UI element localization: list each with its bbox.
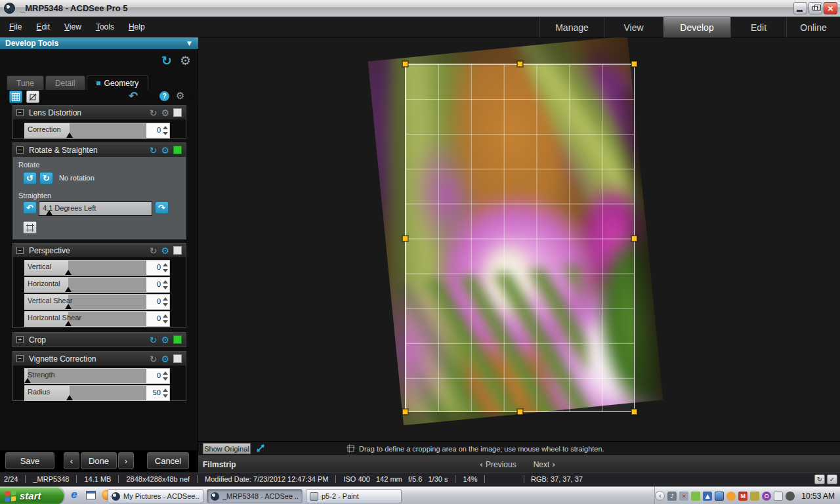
perspective-header[interactable]: − Perspective ↻ ⚙ <box>13 243 186 257</box>
menu-edit[interactable]: Edit <box>36 22 50 32</box>
gear-icon[interactable]: ⚙ <box>161 354 169 364</box>
slider-marker[interactable] <box>46 210 52 215</box>
rotate-cw-button[interactable]: ↻ <box>39 172 53 184</box>
expand-icon[interactable]: + <box>16 336 24 343</box>
horizontal-slider[interactable]: Horizontal 0 <box>24 277 170 293</box>
crop-handle-mid-left[interactable] <box>402 236 408 242</box>
show-desktop-icon[interactable] <box>85 489 96 501</box>
menu-tools[interactable]: Tools <box>96 22 114 32</box>
title-bar[interactable]: _MRP5348 - ACDSee Pro 5 × <box>0 0 840 17</box>
panel-header[interactable]: Develop Tools ▼ <box>0 37 198 49</box>
status-check-icon[interactable]: ✓ <box>827 474 837 484</box>
key-icon[interactable] <box>750 492 759 501</box>
restore-button[interactable] <box>808 2 822 14</box>
vertical-slider[interactable]: Vertical 0 <box>24 260 170 276</box>
rotate-enable-checkbox[interactable] <box>173 146 182 154</box>
lens-enable-checkbox[interactable] <box>173 108 182 117</box>
task-mrp5348[interactable]: _MRP5348 - ACDSee ... <box>207 489 303 503</box>
slider-marker[interactable] <box>65 304 72 309</box>
tray-collapse-icon[interactable]: ‹ <box>655 491 665 501</box>
previous-button[interactable]: ‹Previous <box>477 460 516 469</box>
menu-view[interactable]: View <box>64 22 81 32</box>
perspective-enable-checkbox[interactable] <box>173 246 182 255</box>
straighten-left-button[interactable]: ↶ <box>23 201 37 214</box>
gear-icon[interactable]: ⚙ <box>161 335 169 345</box>
show-grid-button[interactable] <box>9 91 22 103</box>
crop-handle-top-mid[interactable] <box>517 61 523 67</box>
crop-handle-bottom-mid[interactable] <box>517 409 523 415</box>
crop-header[interactable]: + Crop ↻ ⚙ <box>13 333 186 346</box>
chevron-down-icon[interactable]: ▼ <box>187 40 198 47</box>
previous-image-button[interactable]: ‹ <box>64 452 79 469</box>
rotate-header[interactable]: − Rotate & Straighten ↻ ⚙ <box>13 143 186 157</box>
spinner[interactable] <box>162 297 168 307</box>
crop-handle-bottom-left[interactable] <box>402 409 408 415</box>
save-button[interactable]: Save <box>5 452 54 469</box>
reset-icon[interactable]: ↻ <box>150 108 158 117</box>
gear-icon[interactable]: ⚙ <box>161 108 169 117</box>
settings-gear-icon[interactable]: ⚙ <box>180 54 191 67</box>
collapse-icon[interactable]: − <box>16 355 24 362</box>
spinner[interactable] <box>162 262 168 273</box>
close-button[interactable]: × <box>824 2 837 14</box>
task-my-pictures[interactable]: My Pictures - ACDSee... <box>108 489 203 503</box>
slider-marker[interactable] <box>65 321 72 326</box>
crop-handle-mid-right[interactable] <box>631 236 637 242</box>
done-button[interactable]: Done <box>81 452 117 469</box>
slider-marker[interactable] <box>66 133 73 138</box>
next-image-button[interactable]: › <box>118 452 134 469</box>
display-icon[interactable] <box>715 492 724 501</box>
show-original-button[interactable]: Show Original <box>203 443 251 454</box>
cancel-button[interactable]: Cancel <box>147 452 189 469</box>
reset-icon[interactable]: ↻ <box>150 146 158 155</box>
geometry-settings-icon[interactable]: ⚙ <box>176 90 184 102</box>
straighten-right-button[interactable]: ↷ <box>155 201 169 214</box>
next-button[interactable]: Next› <box>534 460 558 469</box>
slider-marker[interactable] <box>65 287 72 292</box>
tab-manage[interactable]: Manage <box>539 17 604 37</box>
device-error-icon[interactable]: × <box>679 492 688 501</box>
crop-handle-top-left[interactable] <box>402 61 408 67</box>
mcafee-icon[interactable]: M <box>738 492 747 501</box>
reset-icon[interactable]: ↻ <box>150 246 158 255</box>
status-refresh-icon[interactable]: ↻ <box>814 474 825 484</box>
image-canvas[interactable] <box>198 37 840 441</box>
task-paint[interactable]: p5-2 - Paint <box>306 489 402 503</box>
crop-selection[interactable] <box>405 64 635 412</box>
volume-icon[interactable]: ♪ <box>667 492 677 501</box>
reset-icon[interactable]: ↻ <box>150 335 158 345</box>
vignette-enable-checkbox[interactable] <box>173 354 182 363</box>
tab-view[interactable]: View <box>604 17 663 37</box>
horizontal-shear-slider[interactable]: Horizontal Shear 0 <box>24 311 170 327</box>
radius-slider[interactable]: Radius 50 <box>24 385 170 401</box>
correction-slider[interactable]: Correction 0 <box>24 123 170 138</box>
menu-help[interactable]: Help <box>129 22 145 32</box>
strength-slider[interactable]: Strength 0 <box>24 368 170 384</box>
minimize-button[interactable] <box>793 2 807 14</box>
spinner[interactable] <box>162 314 168 324</box>
undo-icon[interactable]: ↶ <box>129 89 138 102</box>
network-icon[interactable] <box>774 492 783 501</box>
straighten-slider[interactable]: 4.1 Degrees Left <box>39 201 152 216</box>
tab-detail[interactable]: Detail <box>45 75 85 90</box>
slider-marker[interactable] <box>66 395 73 400</box>
gear-icon[interactable]: ⚙ <box>161 246 169 255</box>
messenger-icon[interactable]: O <box>762 492 771 501</box>
rotate-ccw-button[interactable]: ↺ <box>23 172 37 184</box>
apply-crop-button[interactable] <box>23 221 37 234</box>
disc-icon[interactable] <box>786 492 795 501</box>
collapse-icon[interactable]: − <box>16 247 24 254</box>
tab-develop[interactable]: Develop <box>663 17 730 37</box>
reset-icon[interactable]: ↻ <box>150 354 158 364</box>
collapse-icon[interactable]: − <box>16 146 24 154</box>
update-icon[interactable] <box>691 492 700 501</box>
compare-arrows-icon[interactable] <box>256 444 265 453</box>
sync-app-icon[interactable]: ▲ <box>703 492 712 501</box>
spinner[interactable] <box>162 388 168 398</box>
crop-handle-bottom-right[interactable] <box>631 409 637 415</box>
spinner[interactable] <box>162 125 168 136</box>
slider-marker[interactable] <box>24 378 31 383</box>
spinner[interactable] <box>162 280 168 290</box>
slider-marker[interactable] <box>65 270 72 275</box>
auto-crop-button[interactable] <box>26 91 39 103</box>
